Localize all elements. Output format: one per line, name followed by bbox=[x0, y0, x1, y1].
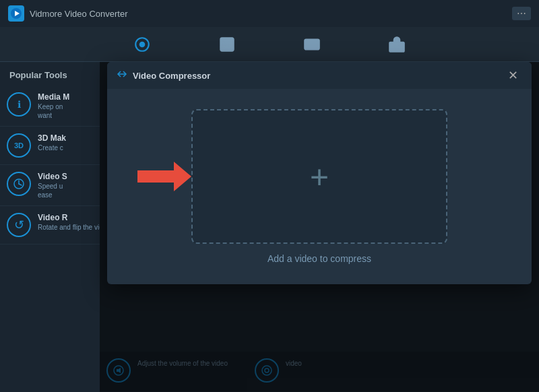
drop-zone[interactable]: + bbox=[191, 109, 447, 244]
video-speed-desc2: ease bbox=[38, 191, 93, 199]
nav-video[interactable] bbox=[296, 32, 327, 57]
app-title: Vidmore Video Converter bbox=[30, 9, 128, 19]
compressor-title: Video Compressor bbox=[133, 71, 499, 81]
media-metadata-icon: ℹ bbox=[7, 92, 31, 117]
video-rotator-icon: ↺ bbox=[7, 213, 31, 237]
svg-point-3 bbox=[139, 41, 146, 47]
3d-maker-desc: Create c bbox=[38, 144, 93, 152]
svg-marker-15 bbox=[137, 162, 191, 191]
compressor-header: Video Compressor ✕ bbox=[107, 62, 532, 89]
add-arrow-icon bbox=[137, 162, 191, 191]
media-metadata-title: Media M bbox=[38, 92, 93, 102]
navbar bbox=[0, 27, 539, 62]
svg-rect-12 bbox=[395, 45, 398, 48]
add-plus-icon: + bbox=[310, 158, 329, 195]
sidebar-item-media-metadata[interactable]: ℹ Media M Keep on want bbox=[0, 86, 100, 127]
sidebar-title: Popular Tools bbox=[0, 62, 100, 86]
main-area: Popular Tools ℹ Media M Keep on want 3D … bbox=[0, 62, 539, 392]
sidebar: Popular Tools ℹ Media M Keep on want 3D … bbox=[0, 62, 100, 392]
svg-rect-4 bbox=[220, 38, 234, 51]
nav-convert[interactable] bbox=[127, 32, 158, 57]
sidebar-item-3d-maker[interactable]: 3D 3D Mak Create c bbox=[0, 127, 100, 165]
media-metadata-desc: Keep on bbox=[38, 103, 93, 110]
drop-zone-container: + Add a video to compress bbox=[107, 89, 532, 284]
compressor-icon bbox=[117, 69, 127, 82]
compressor-modal: Video Compressor ✕ bbox=[100, 62, 539, 392]
content-area: Video Compressor ✕ bbox=[100, 62, 539, 392]
svg-rect-6 bbox=[305, 39, 319, 49]
compressor-close-button[interactable]: ✕ bbox=[504, 67, 522, 84]
video-speed-desc1: Speed u bbox=[38, 183, 93, 190]
nav-toolbox[interactable] bbox=[381, 32, 412, 57]
sidebar-item-video-rotator[interactable]: ↺ Video R Rotate and flip the video as y… bbox=[0, 206, 100, 244]
3d-maker-icon: 3D bbox=[7, 133, 31, 158]
titlebar-controls: ⋯ bbox=[512, 7, 531, 20]
minimize-button[interactable]: ⋯ bbox=[512, 7, 531, 20]
drop-label: Add a video to compress bbox=[267, 253, 371, 264]
titlebar: Vidmore Video Converter ⋯ bbox=[0, 0, 539, 27]
nav-edit[interactable] bbox=[212, 32, 243, 57]
compressor-window: Video Compressor ✕ bbox=[107, 62, 532, 284]
video-speed-icon bbox=[7, 172, 31, 196]
sidebar-item-video-speed[interactable]: Video S Speed u ease bbox=[0, 165, 100, 206]
3d-maker-title: 3D Mak bbox=[38, 133, 93, 143]
video-speed-title: Video S bbox=[38, 172, 93, 181]
video-rotator-desc: Rotate and flip the video as you like bbox=[38, 224, 100, 231]
svg-point-5 bbox=[223, 40, 226, 42]
app-logo bbox=[8, 5, 24, 22]
media-metadata-desc2: want bbox=[38, 112, 93, 119]
video-rotator-title: Video R bbox=[38, 213, 100, 222]
